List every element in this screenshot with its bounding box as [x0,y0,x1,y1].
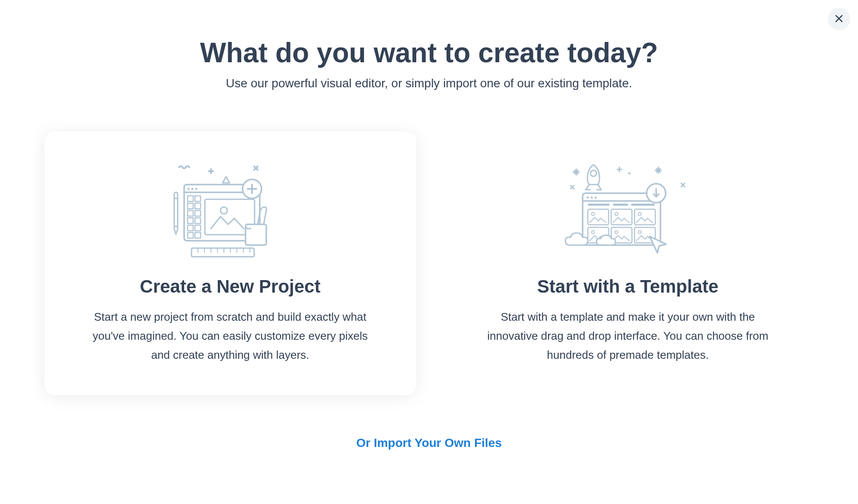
svg-point-34 [628,172,630,175]
svg-point-5 [195,188,197,190]
svg-point-37 [590,197,593,199]
page-title: What do you want to create today? [200,37,658,69]
svg-point-38 [594,197,596,199]
svg-rect-41 [613,204,628,206]
create-card-description: Start a new project from scratch and bui… [86,307,375,365]
svg-point-36 [587,197,589,199]
template-card-description: Start with a template and make it your o… [483,307,773,365]
modal-container: What do you want to create today? Use ou… [0,0,858,450]
template-illustration [561,159,695,263]
cards-container: Create a New Project Start a new project… [45,131,814,395]
import-files-link[interactable]: Or Import Your Own Files [356,436,502,450]
create-new-project-card[interactable]: Create a New Project Start a new project… [45,131,416,395]
svg-point-4 [191,188,193,190]
close-icon [834,13,844,25]
svg-rect-23 [191,248,254,257]
svg-point-3 [187,188,189,190]
svg-rect-40 [588,204,609,206]
svg-rect-22 [246,224,266,245]
create-card-title: Create a New Project [86,276,375,297]
close-button[interactable] [828,8,850,30]
start-with-template-card[interactable]: Start with a Template Start with a templ… [442,131,814,395]
create-project-illustration [163,159,297,263]
svg-rect-42 [631,204,655,206]
template-card-title: Start with a Template [483,276,773,297]
page-subtitle: Use our powerful visual editor, or simpl… [226,77,632,90]
